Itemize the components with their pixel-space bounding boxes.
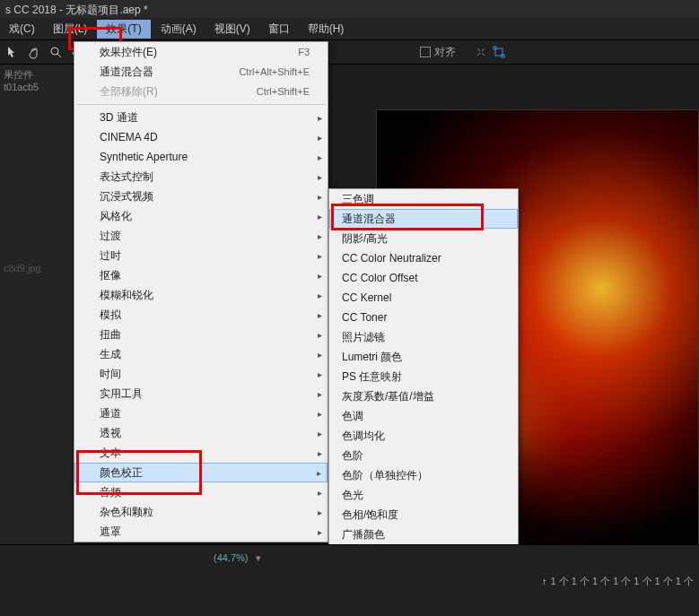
effect-controls-panel: 果控件 t01acb5 c8d9.jpg bbox=[0, 65, 72, 544]
submenu-item-equalize[interactable]: 色调均化 bbox=[329, 426, 518, 446]
menu-layer[interactable]: 图层(L) bbox=[44, 20, 97, 39]
menu-item-3d-channel[interactable]: 3D 通道 bbox=[74, 108, 328, 127]
menu-item-simulation[interactable]: 模拟 bbox=[74, 305, 328, 325]
timeline-keyframe-arrows: ↑ bbox=[542, 576, 547, 586]
submenu-item-cc-kernel[interactable]: CC Kernel bbox=[329, 288, 518, 308]
zoom-dropdown-icon[interactable]: ▾ bbox=[256, 552, 261, 564]
menu-item-noise-grain[interactable]: 杂色和颗粒 bbox=[74, 502, 328, 522]
menu-item-color-correction[interactable]: 颜色校正 bbox=[74, 463, 328, 482]
svg-point-0 bbox=[51, 48, 58, 55]
snap-icon[interactable] bbox=[474, 45, 488, 59]
submenu-item-photo-filter[interactable]: 照片滤镜 bbox=[329, 327, 518, 347]
align-checkbox[interactable] bbox=[420, 47, 431, 57]
menu-item-perspective[interactable]: 透视 bbox=[74, 423, 328, 443]
menu-edit-dropdown[interactable]: 戏(C) bbox=[0, 20, 44, 39]
submenu-item-lumetri-color[interactable]: Lumetri 颜色 bbox=[329, 347, 518, 367]
panel-tab-label[interactable]: 果控件 t01acb5 bbox=[4, 68, 68, 92]
submenu-item-hue-saturation[interactable]: 色相/饱和度 bbox=[329, 505, 518, 525]
submenu-item-tint[interactable]: 色调 bbox=[329, 406, 518, 426]
menu-window[interactable]: 窗口 bbox=[259, 20, 299, 39]
window-titlebar: s CC 2018 - 无标题项目.aep * bbox=[0, 0, 699, 18]
menu-item-effect-controls[interactable]: 效果控件(E)F3 bbox=[74, 42, 328, 62]
submenu-item-colorama[interactable]: 色光 bbox=[329, 485, 518, 505]
menu-item-text[interactable]: 文本 bbox=[74, 443, 328, 463]
toolbar-align-group: 对齐 bbox=[420, 45, 506, 60]
submenu-item-levels[interactable]: 色阶 bbox=[329, 446, 518, 465]
tool-zoom-icon[interactable] bbox=[48, 45, 63, 59]
menu-item-keying[interactable]: 抠像 bbox=[74, 265, 328, 285]
timeline-counts: 1 个 1 个 1 个 1 个 1 个 1 个 1 个 bbox=[550, 575, 694, 588]
tool-selection-icon[interactable] bbox=[5, 45, 20, 59]
menu-animation[interactable]: 动画(A) bbox=[152, 20, 205, 39]
submenu-item-cc-toner[interactable]: CC Toner bbox=[329, 308, 518, 327]
submenu-item-cc-color-neutralizer[interactable]: CC Color Neutralizer bbox=[329, 248, 518, 268]
menu-separator bbox=[76, 104, 326, 105]
menu-item-synthetic-aperture[interactable]: Synthetic Aperture bbox=[74, 147, 328, 167]
submenu-item-channel-mixer[interactable]: 通道混合器 bbox=[329, 209, 518, 229]
menu-item-stylize[interactable]: 风格化 bbox=[74, 206, 328, 226]
menu-item-expression-controls[interactable]: 表达式控制 bbox=[74, 167, 328, 187]
align-label: 对齐 bbox=[434, 45, 456, 60]
timeline-panel: (44.7%) ▾ ↑ 1 个 1 个 1 个 1 个 1 个 1 个 1 个 bbox=[0, 544, 699, 616]
menu-item-distort[interactable]: 扭曲 bbox=[74, 325, 328, 344]
submenu-item-broadcast-colors[interactable]: 广播颜色 bbox=[329, 525, 518, 544]
menu-item-channel[interactable]: 通道 bbox=[74, 403, 328, 423]
menu-item-time[interactable]: 时间 bbox=[74, 364, 328, 384]
menu-item-blur-sharpen[interactable]: 模糊和锐化 bbox=[74, 285, 328, 305]
tool-hand-icon[interactable] bbox=[27, 45, 41, 59]
menu-item-matte[interactable]: 遮罩 bbox=[74, 522, 328, 542]
menu-item-transition[interactable]: 过渡 bbox=[74, 226, 328, 246]
submenu-item-shadow-highlight[interactable]: 阴影/高光 bbox=[329, 229, 518, 248]
menu-effect[interactable]: 效果(T) bbox=[96, 19, 151, 39]
menu-item-remove-all: 全部移除(R)Ctrl+Shift+E bbox=[74, 82, 328, 101]
menu-item-generate[interactable]: 生成 bbox=[74, 344, 328, 364]
menu-item-immersive-video[interactable]: 沉浸式视频 bbox=[74, 187, 328, 206]
menu-item-audio[interactable]: 音频 bbox=[74, 482, 328, 502]
menu-item-cinema4d[interactable]: CINEMA 4D bbox=[74, 127, 328, 147]
menu-item-channel-mixer-recent[interactable]: 通道混合器Ctrl+Alt+Shift+E bbox=[74, 62, 328, 82]
timeline-markers-bar: ↑ 1 个 1 个 1 个 1 个 1 个 1 个 1 个 bbox=[0, 570, 699, 592]
submenu-item-cc-color-offset[interactable]: CC Color Offset bbox=[329, 268, 518, 288]
submenu-item-ps-arbitrary-map[interactable]: PS 任意映射 bbox=[329, 367, 518, 386]
main-menu-bar: 戏(C) 图层(L) 效果(T) 动画(A) 视图(V) 窗口 帮助(H) bbox=[0, 18, 699, 39]
file-name-label: c8d9.jpg bbox=[4, 263, 68, 273]
menu-help[interactable]: 帮助(H) bbox=[299, 20, 354, 39]
viewer-controls-bar: (44.7%) ▾ bbox=[0, 545, 699, 570]
menu-item-utility[interactable]: 实用工具 bbox=[74, 384, 328, 403]
zoom-percentage[interactable]: (44.7%) bbox=[214, 552, 249, 563]
menu-item-obsolete[interactable]: 过时 bbox=[74, 246, 328, 265]
submenu-item-tritone[interactable]: 三色调 bbox=[329, 189, 518, 209]
submenu-item-levels-individual[interactable]: 色阶（单独控件） bbox=[329, 465, 518, 485]
effect-menu-dropdown: 效果控件(E)F3 通道混合器Ctrl+Alt+Shift+E 全部移除(R)C… bbox=[74, 41, 328, 542]
menu-view[interactable]: 视图(V) bbox=[205, 20, 259, 39]
submenu-item-gamma-pedestal-gain[interactable]: 灰度系数/基值/增益 bbox=[329, 386, 518, 406]
bounds-icon[interactable] bbox=[492, 45, 506, 59]
